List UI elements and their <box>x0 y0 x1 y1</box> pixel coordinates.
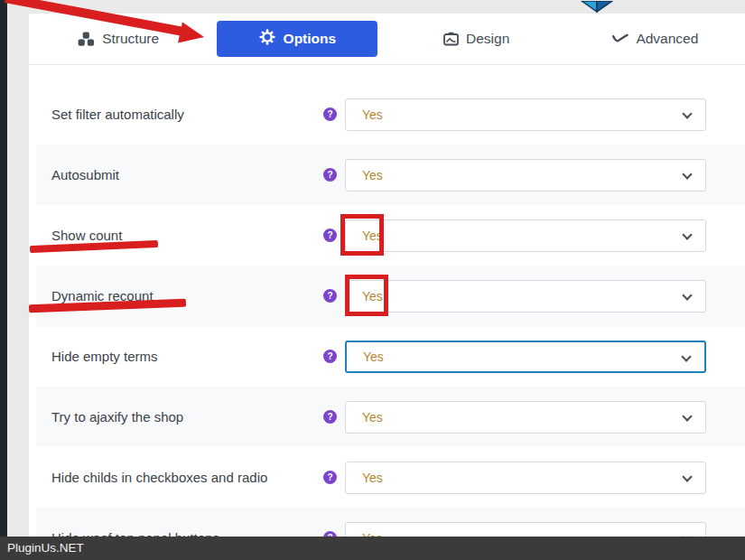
help-icon[interactable]: ? <box>323 410 337 424</box>
setting-row-set-filter-automatically: Set filter automatically ? Yes <box>36 84 745 145</box>
tab-label: Design <box>466 31 509 47</box>
plugin-logo-partial <box>581 0 613 16</box>
chevron-down-icon <box>682 290 692 300</box>
setting-row-dynamic-recount: Dynamic recount ? Yes <box>36 266 745 326</box>
setting-row-hide-childs: Hide childs in checkboxes and radio ? Ye… <box>36 447 745 508</box>
chevron-down-icon <box>682 471 692 481</box>
setting-select[interactable]: Yes <box>345 159 706 191</box>
setting-label: Autosubmit <box>51 167 323 182</box>
tab-advanced[interactable]: Advanced <box>566 14 745 64</box>
setting-row-show-count: Show count ? Yes <box>36 205 745 266</box>
footer-brand: PluginUs.NET <box>7 541 84 555</box>
help-icon[interactable]: ? <box>323 229 337 242</box>
setting-label: Set filter automatically <box>51 107 323 122</box>
setting-select-focused[interactable]: Yes <box>345 341 706 373</box>
chevron-down-icon <box>682 169 692 179</box>
footer-bar: PluginUs.NET <box>0 537 745 560</box>
tab-options[interactable]: Options <box>217 21 377 57</box>
setting-label: Dynamic recount <box>51 288 323 303</box>
setting-row-try-to-ajaxify: Try to ajaxify the shop ? Yes <box>36 387 745 447</box>
setting-label: Try to ajaxify the shop <box>51 409 323 425</box>
select-value: Yes <box>362 229 383 243</box>
tab-label: Advanced <box>636 31 698 47</box>
check-swoosh-icon <box>612 33 629 44</box>
help-icon[interactable]: ? <box>323 471 337 484</box>
tab-label: Options <box>284 31 337 47</box>
select-value: Yes <box>362 168 383 182</box>
select-value: Yes <box>362 289 383 303</box>
image-icon <box>443 32 459 46</box>
setting-select[interactable]: Yes <box>345 462 706 494</box>
chevron-down-icon <box>681 351 691 361</box>
gear-icon <box>259 29 275 49</box>
chevron-down-icon <box>682 411 692 421</box>
left-dark-strip <box>0 0 7 537</box>
chevron-down-icon <box>682 108 692 118</box>
tab-label: Structure <box>102 31 159 47</box>
setting-row-autosubmit: Autosubmit ? Yes <box>36 145 745 205</box>
setting-select[interactable]: Yes <box>345 401 706 434</box>
setting-row-hide-empty-terms: Hide empty terms ? Yes <box>36 326 745 387</box>
select-value: Yes <box>362 410 383 425</box>
setting-select[interactable]: Yes <box>345 280 706 313</box>
settings-rows: Set filter automatically ? Yes Autosubmi… <box>29 84 745 560</box>
help-icon[interactable]: ? <box>323 107 337 121</box>
select-value: Yes <box>363 350 384 364</box>
tab-design[interactable]: Design <box>387 14 566 64</box>
help-icon[interactable]: ? <box>323 168 337 182</box>
select-value: Yes <box>362 471 383 485</box>
chevron-down-icon <box>682 229 692 239</box>
setting-label: Show count <box>51 228 323 243</box>
tab-structure[interactable]: Structure <box>29 14 208 64</box>
select-value: Yes <box>362 107 383 122</box>
setting-label: Hide childs in checkboxes and radio <box>51 470 323 485</box>
cubes-icon <box>78 32 95 47</box>
settings-panel: Structure <box>29 14 745 537</box>
setting-select[interactable]: Yes <box>345 98 706 131</box>
setting-select[interactable]: Yes <box>345 219 706 252</box>
setting-label: Hide empty terms <box>51 349 323 364</box>
help-icon[interactable]: ? <box>323 289 337 303</box>
tab-bar: Structure <box>29 14 745 65</box>
help-icon[interactable]: ? <box>323 350 337 363</box>
